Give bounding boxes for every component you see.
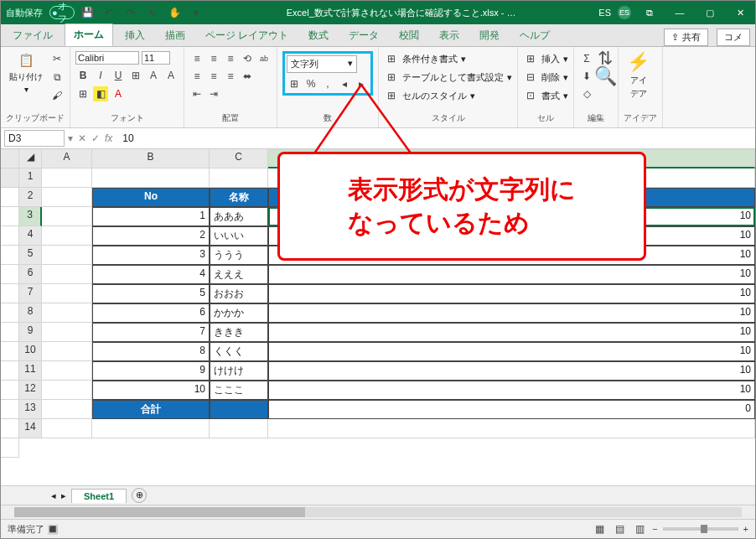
align-left-icon[interactable]: ≡	[189, 69, 205, 84]
paste-dropdown-icon[interactable]: ▾	[24, 85, 28, 94]
cell-qty-4[interactable]: 10	[268, 265, 755, 284]
column-header-A[interactable]: A	[42, 149, 92, 168]
cell-A9[interactable]	[42, 323, 92, 342]
tab-view[interactable]: 表示	[431, 25, 468, 46]
row-header-9[interactable]: 9	[19, 323, 42, 342]
shrink-font-icon[interactable]: A	[163, 68, 179, 83]
format-cells-button[interactable]: ⊡書式▾	[523, 88, 568, 103]
record-macro-icon[interactable]: 🔳	[47, 524, 59, 534]
row-header-2[interactable]: 2	[19, 188, 42, 207]
align-center-icon[interactable]: ≡	[206, 69, 221, 84]
font-name-select[interactable]: Calibri	[75, 51, 139, 65]
cell-name-10[interactable]: こここ	[210, 381, 268, 400]
cell-no-7[interactable]: 7	[92, 323, 210, 342]
tab-pagelayout[interactable]: ページ レイアウト	[197, 25, 297, 46]
cell-rest-12[interactable]	[1, 400, 19, 419]
autosum-icon[interactable]: Σ	[579, 51, 594, 66]
row-header-11[interactable]: 11	[19, 361, 42, 381]
select-all-button[interactable]	[1, 149, 19, 168]
cell-B1[interactable]	[92, 168, 210, 188]
tab-draw[interactable]: 描画	[157, 25, 194, 46]
cell-rest-1[interactable]	[1, 188, 19, 207]
table-total-value[interactable]: 0	[268, 400, 755, 419]
fill-color-icon[interactable]: ◧	[93, 86, 108, 101]
fx-icon[interactable]: fx	[105, 132, 112, 144]
cell-rest-3[interactable]	[1, 226, 19, 246]
cell-qty-10[interactable]: 10	[268, 381, 755, 400]
zoom-slider[interactable]	[663, 527, 738, 531]
delete-cells-button[interactable]: ⊟削除▾	[523, 70, 568, 85]
hand-icon[interactable]: ✋	[167, 5, 182, 20]
cell-C1[interactable]	[210, 168, 268, 188]
cell-A3[interactable]	[42, 207, 92, 226]
cell-rest-10[interactable]	[1, 361, 19, 381]
cell-qty-6[interactable]: 10	[268, 303, 755, 323]
sheet-nav-first-icon[interactable]: ◂	[51, 490, 56, 501]
column-header-C[interactable]: C	[210, 149, 268, 168]
increase-decimal-icon[interactable]: ◂	[337, 76, 352, 91]
cut-icon[interactable]: ✂	[49, 51, 65, 66]
add-sheet-button[interactable]: ⊕	[132, 488, 147, 503]
autosave-toggle[interactable]: ● オフ	[49, 6, 75, 19]
cell-A4[interactable]	[42, 226, 92, 246]
name-box[interactable]: D3	[4, 130, 65, 147]
enter-icon[interactable]: ✓	[91, 132, 100, 144]
border-icon[interactable]: ⊞	[128, 68, 143, 83]
cell-qty-7[interactable]: 10	[268, 323, 755, 342]
row-header-14[interactable]: 14	[19, 419, 42, 438]
tab-review[interactable]: 校閲	[391, 25, 427, 46]
align-top-icon[interactable]: ≡	[189, 51, 205, 66]
row-header-12[interactable]: 12	[19, 381, 42, 400]
cell-rest-7[interactable]	[1, 303, 19, 323]
user-avatar[interactable]: ES	[618, 6, 631, 19]
cancel-icon[interactable]: ✕	[78, 132, 86, 144]
tab-data[interactable]: データ	[340, 25, 387, 46]
percent-icon[interactable]: %	[303, 76, 318, 91]
cell-no-10[interactable]: 10	[92, 381, 210, 400]
comma-icon[interactable]: ,	[320, 76, 335, 91]
format-painter-icon[interactable]: 🖌	[49, 88, 65, 103]
decrease-decimal-icon[interactable]: ▸	[354, 76, 369, 91]
wrap-text-icon[interactable]: ab	[256, 51, 272, 66]
font-size-select[interactable]: 11	[142, 51, 170, 65]
row-header-6[interactable]: 6	[19, 265, 42, 284]
cell-name-8[interactable]: くくく	[210, 342, 268, 361]
tab-formulas[interactable]: 数式	[300, 25, 337, 46]
row-header-5[interactable]: 5	[19, 246, 42, 265]
zoom-out-button[interactable]: −	[652, 524, 657, 534]
save-icon[interactable]: 💾	[80, 5, 95, 20]
clear-icon[interactable]: ◇	[579, 86, 594, 101]
view-normal-icon[interactable]: ▦	[592, 521, 607, 536]
cell-A2[interactable]	[42, 188, 92, 207]
column-header-B[interactable]: B	[92, 149, 210, 168]
cell-rest-8[interactable]	[1, 323, 19, 342]
cell-A11[interactable]	[42, 361, 92, 381]
format-table-button[interactable]: ⊞テーブルとして書式設定▾	[384, 70, 512, 85]
grow-font-icon[interactable]: A	[146, 68, 161, 83]
cell-A12[interactable]	[42, 381, 92, 400]
orientation-icon[interactable]: ⟲	[240, 51, 255, 66]
table-total-label-c[interactable]	[210, 400, 268, 419]
formula-input[interactable]: 10	[117, 131, 755, 146]
horizontal-scrollbar[interactable]	[1, 505, 755, 519]
sheet-nav-last-icon[interactable]: ▸	[61, 490, 66, 501]
row-header-4[interactable]: 4	[19, 226, 42, 246]
view-pagelayout-icon[interactable]: ▤	[612, 521, 627, 536]
cell-qty-8[interactable]: 10	[268, 342, 755, 361]
minimize-button[interactable]: —	[668, 8, 691, 18]
maximize-button[interactable]: ▢	[698, 8, 722, 18]
align-middle-icon[interactable]: ≡	[206, 51, 221, 66]
row-header-13[interactable]: 13	[19, 400, 42, 419]
cell-name-7[interactable]: ききき	[210, 323, 268, 342]
cell-rest-14[interactable]	[1, 438, 19, 458]
cell-A10[interactable]	[42, 342, 92, 361]
cell-B14[interactable]	[92, 419, 210, 438]
pointer-icon[interactable]: ↖	[145, 5, 160, 20]
sheet-tab-active[interactable]: Sheet1	[71, 489, 127, 503]
row-header-7[interactable]: 7	[19, 284, 42, 303]
cell-A13[interactable]	[42, 400, 92, 419]
cell-rest-5[interactable]	[1, 265, 19, 284]
number-format-select[interactable]: 文字列 ▾	[287, 55, 357, 73]
table-header-no[interactable]: No	[92, 188, 210, 207]
cell-name-6[interactable]: かかか	[210, 303, 268, 323]
